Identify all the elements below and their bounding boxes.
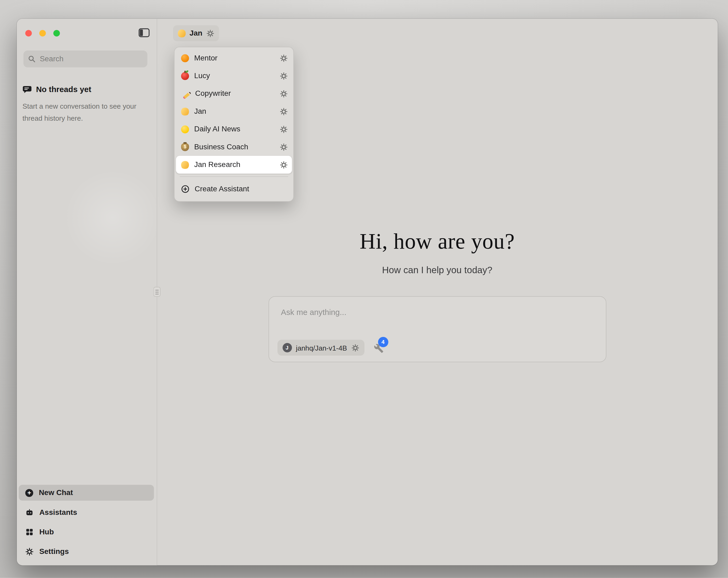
- assistant-selector-button[interactable]: Jan: [173, 25, 219, 41]
- wave-emoji-icon: [180, 160, 190, 170]
- search-input[interactable]: [39, 54, 142, 64]
- pencil-emoji-icon: [183, 92, 191, 99]
- model-name: janhq/Jan-v1-4B: [296, 344, 347, 352]
- assistant-menu: Mentor Lucy Copywriter Jan: [174, 47, 294, 202]
- create-assistant-label: Create Assistant: [194, 185, 249, 193]
- menu-item-copywriter[interactable]: Copywriter: [176, 85, 292, 102]
- apple-emoji-icon: [181, 72, 189, 80]
- close-button[interactable]: [25, 30, 31, 36]
- sidebar-glow: [64, 169, 157, 267]
- new-chat-icon: +: [25, 489, 33, 497]
- menu-item-label: Copywriter: [195, 90, 275, 98]
- message-input[interactable]: Ask me anything...: [281, 308, 593, 317]
- empty-state-description: Start a new conversation to see your thr…: [23, 100, 145, 124]
- model-selector-button[interactable]: J janhq/Jan-v1-4B: [277, 340, 364, 356]
- menu-item-mentor[interactable]: Mentor: [176, 49, 292, 67]
- zoom-button[interactable]: [53, 30, 60, 36]
- sidebar-resize-handle[interactable]: [154, 287, 160, 297]
- sidebar-nav: + New Chat Assistants: [19, 485, 154, 560]
- sidebar-item-assistants[interactable]: Assistants: [19, 504, 154, 520]
- menu-item-jan[interactable]: Jan: [176, 102, 292, 120]
- hub-icon: [25, 528, 33, 536]
- composer: Ask me anything... J janhq/Jan-v1-4B 4: [268, 296, 606, 362]
- menu-item-jan-research[interactable]: Jan Research: [176, 156, 292, 173]
- grip-dots-icon: [155, 289, 159, 295]
- menu-item-label: Daily AI News: [194, 125, 275, 133]
- app-window: No threads yet Start a new conversation …: [17, 19, 718, 565]
- greeting-subtitle: How can I help you today?: [382, 265, 492, 276]
- gear-icon[interactable]: [280, 107, 288, 115]
- tools-button[interactable]: 4: [373, 340, 387, 356]
- plus-circle-icon: [181, 185, 189, 193]
- assistant-selector-label: Jan: [189, 29, 202, 37]
- gear-icon[interactable]: [280, 72, 288, 80]
- sidebar-toggle-button[interactable]: [138, 28, 150, 38]
- gear-icon[interactable]: [280, 54, 288, 62]
- assistant-settings-icon[interactable]: [206, 29, 214, 37]
- settings-gear-icon: [25, 548, 33, 556]
- sidebar-item-settings[interactable]: Settings: [19, 544, 154, 559]
- sidebar-item-hub[interactable]: Hub: [19, 524, 154, 540]
- titlebar: [17, 19, 157, 47]
- sidebar-toggle-icon: [138, 28, 150, 37]
- sidebar-item-new-chat[interactable]: + New Chat: [19, 485, 154, 501]
- model-avatar: J: [282, 343, 292, 352]
- sidebar-item-label: Assistants: [39, 508, 77, 517]
- sidebar-item-label: New Chat: [39, 488, 73, 497]
- wave-emoji-icon: [180, 106, 190, 116]
- menu-item-label: Mentor: [194, 54, 275, 62]
- yellow-circle-emoji-icon: [181, 125, 189, 133]
- create-assistant-button[interactable]: Create Assistant: [176, 180, 292, 199]
- orange-circle-emoji-icon: [181, 54, 189, 62]
- search-field[interactable]: [23, 51, 147, 68]
- sidebar: No threads yet Start a new conversation …: [17, 19, 157, 565]
- menu-item-label: Lucy: [194, 72, 275, 80]
- minimize-button[interactable]: [39, 30, 46, 36]
- menu-item-label: Jan Research: [194, 160, 275, 169]
- main-area: Jan Mentor Lucy Copywriter: [157, 19, 718, 565]
- menu-item-lucy[interactable]: Lucy: [176, 67, 292, 84]
- gear-icon[interactable]: [280, 161, 288, 169]
- menu-item-daily-ai-news[interactable]: Daily AI News: [176, 120, 292, 138]
- tools-count-badge: 4: [378, 337, 388, 347]
- sidebar-item-label: Hub: [39, 528, 54, 536]
- money-bag-emoji-icon: [181, 143, 189, 151]
- sidebar-item-label: Settings: [39, 548, 69, 556]
- gear-icon[interactable]: [280, 125, 288, 133]
- gear-icon[interactable]: [280, 143, 288, 151]
- empty-state-title: No threads yet: [36, 85, 92, 95]
- greeting-title: Hi, how are you?: [360, 228, 515, 253]
- wave-emoji-icon: [177, 28, 186, 38]
- composer-toolbar: J janhq/Jan-v1-4B 4: [277, 340, 387, 356]
- gear-icon[interactable]: [280, 90, 288, 98]
- threads-icon: [23, 85, 32, 94]
- menu-separator: [180, 176, 288, 177]
- welcome-section: Hi, how are you? How can I help you toda…: [157, 228, 718, 362]
- search-icon: [28, 55, 35, 62]
- model-settings-icon[interactable]: [351, 344, 359, 352]
- assistants-icon: [25, 508, 33, 517]
- menu-item-label: Jan: [194, 107, 275, 115]
- desktop: No threads yet Start a new conversation …: [0, 0, 728, 578]
- menu-item-label: Business Coach: [194, 143, 275, 151]
- empty-state: No threads yet Start a new conversation …: [23, 85, 145, 124]
- menu-item-business-coach[interactable]: Business Coach: [176, 138, 292, 156]
